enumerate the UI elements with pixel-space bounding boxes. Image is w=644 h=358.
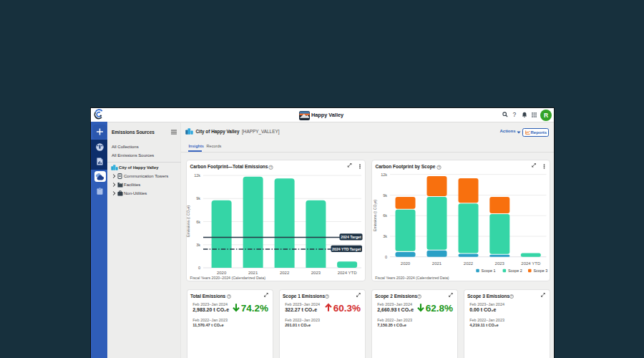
svg-text:Emissions (t CO₂e): Emissions (t CO₂e) xyxy=(186,205,190,237)
svg-text:?: ? xyxy=(270,166,272,170)
svg-text:2020: 2020 xyxy=(216,271,226,275)
svg-text:Scope 3: Scope 3 xyxy=(533,268,547,273)
svg-text:9k: 9k xyxy=(383,193,387,198)
svg-text:Carbon Footprint by Scope: Carbon Footprint by Scope xyxy=(375,164,435,170)
svg-text:Feb 2023–Jan 2024: Feb 2023–Jan 2024 xyxy=(469,302,504,306)
svg-text:Fiscal Years 2020–2024 (Calend: Fiscal Years 2020–2024 (Calendarized Dat… xyxy=(190,276,265,280)
svg-text:6k: 6k xyxy=(196,220,200,224)
svg-text:Scope 2 Emissions: Scope 2 Emissions xyxy=(375,294,417,299)
svg-text:12k: 12k xyxy=(381,173,387,177)
svg-text:2021: 2021 xyxy=(248,271,258,275)
svg-text:?: ? xyxy=(438,166,440,170)
svg-text:Feb 2023–Jan 2024: Feb 2023–Jan 2024 xyxy=(192,302,228,306)
svg-text:Emissions (t CO₂e): Emissions (t CO₂e) xyxy=(372,200,376,231)
svg-text:2021: 2021 xyxy=(432,261,442,266)
svg-text:Feb 2022–Jan 2023: Feb 2022–Jan 2023 xyxy=(377,319,412,323)
svg-text:Feb 2022–Jan 2023: Feb 2022–Jan 2023 xyxy=(192,319,228,323)
svg-text:Feb 2023–Jan 2024: Feb 2023–Jan 2024 xyxy=(377,302,412,306)
svg-text:Carbon Footprint—Total Emissio: Carbon Footprint—Total Emissions xyxy=(190,164,268,170)
svg-text:Total Emissions: Total Emissions xyxy=(190,294,225,299)
svg-text:0: 0 xyxy=(197,266,200,270)
svg-text:Scope 1 Emissions: Scope 1 Emissions xyxy=(283,294,325,299)
svg-text:4,219.11 t CO₂e: 4,219.11 t CO₂e xyxy=(469,323,498,327)
svg-text:9k: 9k xyxy=(196,196,200,200)
svg-text:2023: 2023 xyxy=(311,271,321,275)
svg-text:2022: 2022 xyxy=(279,271,289,275)
svg-text:2023: 2023 xyxy=(494,261,504,266)
svg-text:6k: 6k xyxy=(383,213,387,218)
svg-text:60.3%: 60.3% xyxy=(333,303,360,314)
svg-text:2024 YTD: 2024 YTD xyxy=(521,261,541,266)
svg-text:201.01 t CO₂e: 201.01 t CO₂e xyxy=(285,323,311,327)
svg-text:Feb 2022–Jan 2023: Feb 2022–Jan 2023 xyxy=(469,319,504,323)
svg-text:2024 Target: 2024 Target xyxy=(341,235,361,239)
svg-text:0.00 t CO₂e: 0.00 t CO₂e xyxy=(469,307,496,312)
svg-text:Scope 1: Scope 1 xyxy=(481,268,495,273)
svg-text:3k: 3k xyxy=(383,234,387,238)
svg-text:2022: 2022 xyxy=(464,261,474,266)
svg-text:0: 0 xyxy=(385,255,387,259)
svg-text:62.8%: 62.8% xyxy=(426,303,453,314)
svg-text:2020: 2020 xyxy=(401,261,411,266)
svg-text:2024 YTD Target: 2024 YTD Target xyxy=(332,247,361,251)
svg-text:Feb 2023–Jan 2024: Feb 2023–Jan 2024 xyxy=(285,302,320,306)
svg-text:Fiscal Years 2020–2024 (Calend: Fiscal Years 2020–2024 (Calendarized Dat… xyxy=(375,276,449,280)
svg-text:11,570.47 t CO₂e: 11,570.47 t CO₂e xyxy=(192,323,223,327)
svg-text:322.27 t CO₂e: 322.27 t CO₂e xyxy=(285,307,317,312)
svg-text:2,660.93 t CO₂e: 2,660.93 t CO₂e xyxy=(377,307,414,313)
svg-text:3k: 3k xyxy=(196,243,200,247)
svg-text:2024 YTD: 2024 YTD xyxy=(337,271,357,275)
svg-text:74.2%: 74.2% xyxy=(240,303,268,314)
svg-text:Scope 2: Scope 2 xyxy=(508,268,522,273)
svg-text:7,150.35 t CO₂e: 7,150.35 t CO₂e xyxy=(377,323,406,327)
svg-text:Feb 2022–Jan 2023: Feb 2022–Jan 2023 xyxy=(285,319,320,323)
svg-text:2,983.20 t CO₂e: 2,983.20 t CO₂e xyxy=(192,307,229,313)
svg-text:Scope 3 Emissions: Scope 3 Emissions xyxy=(467,294,509,299)
svg-text:12k: 12k xyxy=(194,173,200,178)
